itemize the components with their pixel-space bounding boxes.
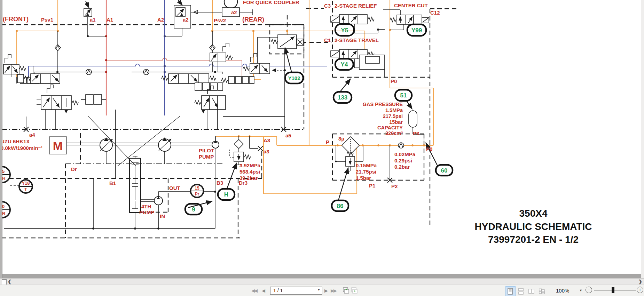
title-model: 350X4 <box>519 208 548 219</box>
single-page-layout-icon[interactable] <box>507 288 513 295</box>
engine-spec-line2: 0.0kW/1900min⁻¹ <box>1 145 42 151</box>
facing-pages-layout-icon[interactable] <box>528 288 534 295</box>
y99-center-cut-valve <box>390 15 429 24</box>
zoom-level-value: 100% <box>556 288 569 294</box>
gas-pressure-line: CAPACITY <box>377 125 403 130</box>
front-spool-row2 <box>41 85 78 113</box>
label-p: P <box>326 139 329 145</box>
pilot-relief-line: 568.4psi <box>239 169 260 175</box>
label-p1: P1 <box>369 183 375 189</box>
tag-y102: Y102 <box>288 75 300 81</box>
drawing-title-block: 350X4 HYDRAULIC SCHEMATIC 73997201-2 EN … <box>474 208 592 245</box>
combobox-caret-icon[interactable]: ▼ <box>317 288 320 291</box>
label-p0-right: P0 <box>426 146 432 152</box>
label-in: IN <box>160 213 165 219</box>
label-p0-top: P0 <box>391 78 397 84</box>
label-out: OUT <box>169 185 180 191</box>
fourth-pump-label: 4TH <box>141 203 151 209</box>
tag-51: 51 <box>400 92 407 99</box>
rear-cartridge-row <box>221 77 254 83</box>
tag-y99: Y99 <box>411 27 422 34</box>
gas-pressure-line: 1.5MPa <box>385 107 403 113</box>
horizontal-scrollbar[interactable]: ❮ ❯ <box>0 278 644 285</box>
label-a3: a3 <box>264 149 269 154</box>
tag-y5: Y5 <box>341 27 348 34</box>
continuous-layout-icon[interactable] <box>518 288 524 295</box>
previous-view-icon[interactable] <box>343 287 350 294</box>
label-psv2: Psv2 <box>214 17 226 23</box>
schematic-canvas: Y5 Y99 Y4 Y102 133 51 60 86 9 H (FRONT) … <box>0 0 644 277</box>
tag-9: 9 <box>192 206 195 213</box>
gas-accumulator <box>409 111 417 127</box>
engine-spec-line1: UZU 6HK1X <box>1 138 30 144</box>
back-pressure-check-valve <box>398 143 404 148</box>
label-quick-coupler: FOR QUICK COUPLER <box>243 0 299 5</box>
gauge-15-pr: Pr <box>195 192 199 197</box>
label-dr3: Dr3 <box>239 180 248 186</box>
y5-solenoid-valve <box>331 15 374 24</box>
next-page-button[interactable]: ▶ <box>324 287 327 294</box>
tag-86: 86 <box>337 203 344 209</box>
tag-h: H <box>224 191 228 198</box>
fourth-pump <box>154 197 163 205</box>
gas-pressure-line: 15bar <box>389 119 403 125</box>
vertical-scrollbar[interactable] <box>641 0 644 278</box>
filter-relief-line: 0.15MPa <box>356 162 377 168</box>
rear-main-spool <box>162 74 216 83</box>
label-A2: A2 <box>157 17 164 23</box>
pdf-viewer-window: Y5 Y99 Y4 Y102 133 51 60 86 9 H (FRONT) … <box>0 0 644 296</box>
filter-relief-line: 1.5bar <box>356 175 371 181</box>
pilot-pump <box>212 136 219 148</box>
pilot-pump-label: PILOT <box>199 147 214 153</box>
label-center-cut: CENTER CUT <box>394 2 428 8</box>
page-number-value: 1 / 1 <box>273 287 283 294</box>
label-a2-gauge: a2 <box>231 9 237 15</box>
label-b3: B3 <box>217 180 223 186</box>
label-A1: A1 <box>107 17 113 23</box>
last-page-button[interactable]: ▶▶ <box>331 287 336 294</box>
fourth-pump-label: PUMP <box>139 209 154 215</box>
tag-133: 133 <box>338 94 347 101</box>
hscroll-thumb[interactable] <box>2 279 7 285</box>
label-p2: P2 <box>391 183 398 189</box>
zoom-dropdown-caret-icon[interactable]: ▼ <box>579 289 582 292</box>
window-left-border <box>0 0 2 278</box>
pressure-port-circles <box>0 167 204 218</box>
quick-coupler-valve <box>271 35 304 49</box>
next-view-icon[interactable] <box>351 287 358 294</box>
pilot-relief-valve <box>230 139 251 162</box>
zoom-slider-handle[interactable] <box>612 287 614 293</box>
facing-continuous-layout-icon[interactable] <box>539 288 545 295</box>
back-pressure-line: 0.02MPa <box>394 151 416 157</box>
back-pressure-line: 0.2bar <box>394 164 410 170</box>
hscroll-right-icon[interactable]: ❯ <box>638 279 642 285</box>
left-pilot-valve <box>3 55 26 74</box>
previous-page-button[interactable]: ◀ <box>262 287 265 294</box>
page-number-combobox[interactable]: 1 / 1 ▼ <box>270 287 322 295</box>
motor-letter: M <box>53 139 63 152</box>
main-pump-2 <box>158 137 171 151</box>
hscroll-left-icon[interactable]: ❮ <box>8 279 11 285</box>
gas-pressure-line: GAS PRESSURE <box>363 102 403 107</box>
gas-pressure-line: 320cm³ <box>385 130 403 136</box>
label-dr: Dr <box>71 166 77 172</box>
tag-y4: Y4 <box>341 61 348 68</box>
gauge-y18: Y18 <box>22 181 30 186</box>
zoom-in-button[interactable]: + <box>637 287 643 293</box>
label-c3: C3 <box>324 3 331 9</box>
boundary-dashed-lines <box>2 1 457 238</box>
title-docnum: 73997201-2 EN - 1/2 <box>488 234 579 245</box>
label-a4: a4 <box>29 132 35 138</box>
label-A3: A3 <box>264 137 270 143</box>
first-page-button[interactable]: ◀◀ <box>251 287 257 294</box>
zoom-slider-track[interactable] <box>594 290 636 290</box>
label-psv1: Psv1 <box>41 17 53 23</box>
zoom-out-button[interactable]: − <box>586 287 592 293</box>
pilot-relief-line: 3.92MPa <box>239 162 261 168</box>
label-c1: C1 <box>324 37 331 43</box>
label-2stage-travel: 2-STAGE TRAVEL <box>335 37 379 43</box>
gauge-y18-t: T <box>24 187 27 192</box>
title-name: HYDRAULIC SCHEMATIC <box>474 221 592 232</box>
label-8micron: 8μ <box>338 136 345 142</box>
label-c12: C12 <box>430 10 440 16</box>
